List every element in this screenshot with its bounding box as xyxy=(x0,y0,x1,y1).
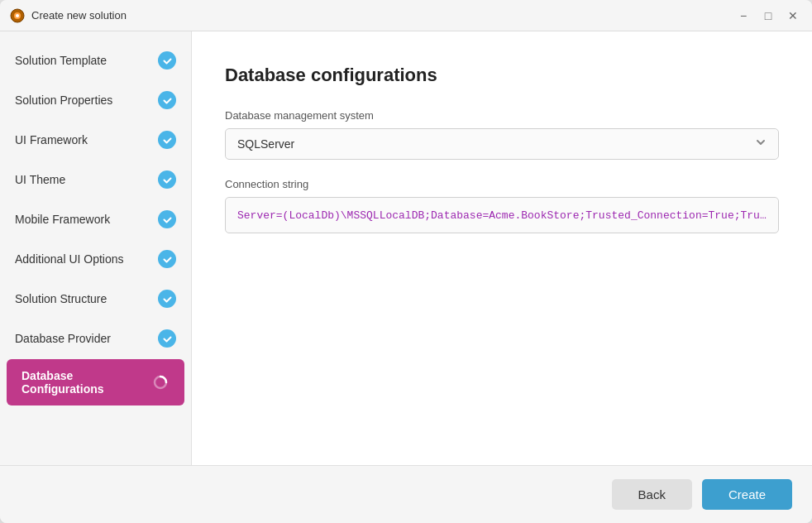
connection-string-label: Connection string xyxy=(225,178,779,190)
check-icon xyxy=(158,51,176,70)
check-icon xyxy=(158,250,176,268)
sidebar-item-solution-properties[interactable]: Solution Properties xyxy=(0,81,191,119)
title-bar-title: Create new solution xyxy=(31,9,127,22)
check-icon xyxy=(158,290,176,308)
title-bar: Create new solution − □ ✕ xyxy=(0,0,812,31)
svg-point-2 xyxy=(16,14,19,17)
sidebar-item-additional-ui-options[interactable]: Additional UI Options xyxy=(0,240,191,278)
content-area: Solution TemplateSolution PropertiesUI F… xyxy=(0,31,812,465)
sidebar-item-label-database-provider: Database Provider xyxy=(15,332,158,345)
sidebar: Solution TemplateSolution PropertiesUI F… xyxy=(0,31,192,465)
minimize-button[interactable]: − xyxy=(734,7,752,25)
main-window: Create new solution − □ ✕ Solution Templ… xyxy=(0,0,812,523)
connection-string-input[interactable] xyxy=(225,197,779,233)
sidebar-item-ui-theme[interactable]: UI Theme xyxy=(0,161,191,199)
sidebar-item-database-provider[interactable]: Database Provider xyxy=(0,319,191,357)
dbms-select-wrapper: SQLServerMySQLPostgreSQLSQLiteOracle xyxy=(225,128,779,160)
title-bar-controls: − □ ✕ xyxy=(734,7,802,25)
sidebar-item-label-solution-template: Solution Template xyxy=(15,54,158,67)
footer: Back Create xyxy=(0,465,812,523)
check-icon xyxy=(158,170,176,189)
sidebar-item-label-additional-ui-options: Additional UI Options xyxy=(15,252,158,266)
dbms-select[interactable]: SQLServerMySQLPostgreSQLSQLiteOracle xyxy=(225,128,779,160)
sidebar-item-label-mobile-framework: Mobile Framework xyxy=(15,213,158,226)
check-icon xyxy=(158,329,176,348)
check-icon xyxy=(158,131,176,149)
sidebar-item-ui-framework[interactable]: UI Framework xyxy=(0,121,191,159)
dbms-form-group: Database management system SQLServerMySQ… xyxy=(225,109,779,160)
sidebar-item-label-ui-theme: UI Theme xyxy=(15,173,158,186)
sidebar-item-label-solution-structure: Solution Structure xyxy=(15,292,158,305)
title-bar-left: Create new solution xyxy=(10,8,127,23)
sidebar-item-label-database-configurations: Database Configurations xyxy=(21,369,151,396)
close-button[interactable]: ✕ xyxy=(784,7,802,25)
check-icon xyxy=(158,91,176,109)
main-content: Database configurations Database managem… xyxy=(192,31,812,465)
page-title: Database configurations xyxy=(225,65,779,86)
dbms-label: Database management system xyxy=(225,109,779,122)
sidebar-item-solution-structure[interactable]: Solution Structure xyxy=(0,280,191,318)
connection-string-form-group: Connection string xyxy=(225,178,779,233)
app-icon xyxy=(10,8,25,23)
sidebar-item-mobile-framework[interactable]: Mobile Framework xyxy=(0,200,191,238)
create-button[interactable]: Create xyxy=(702,479,792,510)
check-icon xyxy=(158,210,176,228)
spinner-icon xyxy=(151,373,170,391)
sidebar-item-database-configurations[interactable]: Database Configurations xyxy=(7,359,184,405)
sidebar-item-label-solution-properties: Solution Properties xyxy=(15,94,158,107)
sidebar-item-label-ui-framework: UI Framework xyxy=(15,133,158,146)
maximize-button[interactable]: □ xyxy=(759,7,777,25)
back-button[interactable]: Back xyxy=(612,479,692,510)
sidebar-item-solution-template[interactable]: Solution Template xyxy=(0,41,191,79)
